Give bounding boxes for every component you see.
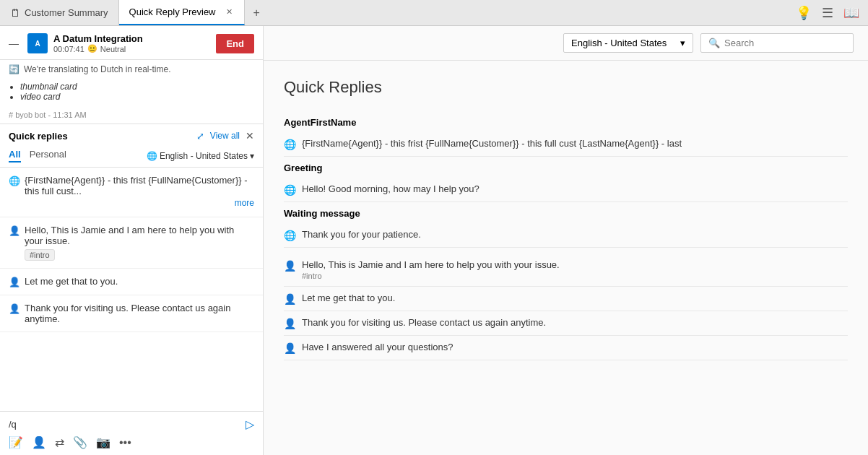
note-icon[interactable]: 📝 <box>9 436 23 449</box>
more-icon[interactable]: ••• <box>119 436 131 449</box>
person-icon: 👤 <box>9 277 20 287</box>
section-agentfirstname: AgentFirstName 🌐 {FirstName{Agent}} - th… <box>284 117 848 157</box>
right-toolbar: English - United States ▾ 🔍 <box>264 26 868 61</box>
qr-item-text: 👤 Hello, This is Jamie and I am here to … <box>9 225 254 261</box>
section-item-text-3-2: Thank you for visiting us. Please contac… <box>302 317 546 328</box>
section-waiting-message: Waiting message 🌐 Thank you for your pat… <box>284 208 848 248</box>
section-item-text-0-0: {FirstName{Agent}} - this frist {FullNam… <box>302 138 682 149</box>
quick-replies-header: Quick replies ⤢ View all ✕ <box>0 124 263 146</box>
bot-info: # byob bot - 11:31 AM <box>0 108 263 124</box>
left-panel: — A A Datum Integration 00:07:41 😐 Neutr… <box>0 26 264 455</box>
company-icon: A <box>27 33 48 53</box>
qr-tag-1: #intro <box>25 249 55 261</box>
tab-customer-summary[interactable]: 🗒 Customer Summary <box>0 0 119 25</box>
person-icon: 👤 <box>284 293 296 305</box>
view-all-button[interactable]: View all <box>210 131 240 141</box>
list-item[interactable]: 🌐 Hello! Good morning, how may I help yo… <box>284 178 848 202</box>
person-icon: 👤 <box>9 225 20 236</box>
qr-item-label-2: Let me get that to you. <box>25 276 118 287</box>
quick-replies-actions: ⤢ View all ✕ <box>196 130 254 142</box>
search-input[interactable] <box>724 38 846 48</box>
list-item[interactable]: 👤 Have I answered all your questions? <box>284 336 848 360</box>
list-item[interactable]: 🌐 {FirstName{Agent}} - this frist {FullN… <box>284 132 848 157</box>
end-button[interactable]: End <box>216 34 254 53</box>
qr-item-text: 👤 Let me get that to you. <box>9 276 254 287</box>
customer-summary-tab-icon: 🗒 <box>10 7 20 19</box>
list-item[interactable]: 👤 Thank you for visiting us. Please cont… <box>0 295 263 332</box>
main-layout: — A A Datum Integration 00:07:41 😐 Neutr… <box>0 26 868 455</box>
list-item[interactable]: 👤 Let me get that to you. <box>0 269 263 295</box>
section-item-text-1-0: Hello! Good morning, how may I help you? <box>302 183 479 194</box>
book-icon[interactable]: 📖 <box>841 2 862 24</box>
section-item-tag-3-0: #intro <box>302 272 560 280</box>
person-icon: 👤 <box>284 318 296 329</box>
language-dropdown[interactable]: English - United States ▾ <box>563 33 693 53</box>
send-button[interactable]: ▷ <box>246 417 254 431</box>
qr-content-title: Quick Replies <box>284 78 848 97</box>
transfer-icon[interactable]: ⇄ <box>55 436 64 449</box>
globe-icon: 🌐 <box>284 184 296 196</box>
language-label: English - United States <box>160 151 248 161</box>
attach-icon[interactable]: 📎 <box>73 436 87 449</box>
translate-icon: 🔄 <box>9 64 19 74</box>
tabs-row: All Personal 🌐 English - United States ▾ <box>0 146 263 168</box>
chat-input[interactable] <box>9 419 241 430</box>
list-item[interactable]: 🌐 Thank you for your patience. <box>284 223 848 248</box>
list-item[interactable]: 🌐 {FirstName{Agent}} - this frist {FullN… <box>0 168 263 217</box>
person-icon: 👤 <box>284 342 296 354</box>
section-item-text-3-0: Hello, This is Jamie and I am here to he… <box>302 259 560 270</box>
qr-item-label-3: Thank you for visiting us. Please contac… <box>25 303 254 324</box>
right-panel: English - United States ▾ 🔍 Quick Replie… <box>264 26 868 455</box>
tab-quick-reply-preview[interactable]: Quick Reply Preview ✕ <box>119 0 245 25</box>
globe-icon: 🌐 <box>9 176 20 186</box>
globe-icon: 🌐 <box>284 230 296 241</box>
lang-globe-icon: 🌐 <box>147 151 157 161</box>
quick-reply-preview-tab-label: Quick Reply Preview <box>129 6 216 17</box>
input-area: ▷ 📝 👤 ⇄ 📎 📷 ••• <box>0 411 263 455</box>
bulb-icon[interactable]: 💡 <box>793 2 815 24</box>
input-row: ▷ <box>9 417 254 431</box>
video-icon[interactable]: 📷 <box>96 436 110 449</box>
list-item[interactable]: 👤 Hello, This is Jamie and I am here to … <box>284 254 848 287</box>
search-box: 🔍 <box>700 33 854 53</box>
list-item[interactable]: 👤 Thank you for visiting us. Please cont… <box>284 311 848 336</box>
company-info: A Datum Integration 00:07:41 😐 Neutral <box>53 33 210 53</box>
tab-all[interactable]: All <box>9 149 21 162</box>
section-name-0: AgentFirstName <box>284 117 848 128</box>
close-quick-replies-button[interactable]: ✕ <box>246 130 254 142</box>
card-list: thumbnail card video card <box>0 79 263 108</box>
minimize-button[interactable]: — <box>9 38 19 49</box>
company-sub: 00:07:41 😐 Neutral <box>53 44 210 53</box>
section-greeting: Greeting 🌐 Hello! Good morning, how may … <box>284 162 848 202</box>
section-personal: 👤 Hello, This is Jamie and I am here to … <box>284 254 848 360</box>
qr-content: Quick Replies AgentFirstName 🌐 {FirstNam… <box>264 61 868 455</box>
list-item[interactable]: 👤 Hello, This is Jamie and I am here to … <box>0 217 263 269</box>
language-selector[interactable]: 🌐 English - United States ▾ <box>147 151 254 161</box>
section-name-2: Waiting message <box>284 208 848 219</box>
translation-text: We're translating to Dutch in real-time. <box>24 64 170 74</box>
toolbar-row: 📝 👤 ⇄ 📎 📷 ••• <box>9 431 254 449</box>
tab-bar: 🗒 Customer Summary Quick Reply Preview ✕… <box>0 0 868 26</box>
list-item[interactable]: 👤 Let me get that to you. <box>284 287 848 311</box>
globe-icon: 🌐 <box>284 139 296 150</box>
left-header: — A A Datum Integration 00:07:41 😐 Neutr… <box>0 26 263 60</box>
card-item-thumbnail: thumbnail card <box>20 82 248 92</box>
view-all-label: View all <box>210 131 240 141</box>
list-icon[interactable]: ☰ <box>819 2 836 24</box>
dropdown-label: English - United States <box>571 38 667 48</box>
section-item-text-2-0: Thank you for your patience. <box>302 229 421 240</box>
sentiment-label: Neutral <box>100 45 126 53</box>
person-icon: 👤 <box>9 303 20 314</box>
qr-item-text: 🌐 {FirstName{Agent}} - this frist {FullN… <box>9 175 254 209</box>
person-icon: 👤 <box>284 260 296 272</box>
quick-replies-title: Quick replies <box>9 131 68 142</box>
quick-reply-list: 🌐 {FirstName{Agent}} - this frist {FullN… <box>0 168 263 411</box>
person-add-icon[interactable]: 👤 <box>32 436 46 449</box>
qr-more-link-0[interactable]: more <box>25 196 254 209</box>
dropdown-chevron-icon: ▾ <box>680 38 685 48</box>
section-item-text-3-3: Have I answered all your questions? <box>302 342 453 352</box>
card-item-video: video card <box>20 92 248 102</box>
add-tab-button[interactable]: + <box>245 0 269 25</box>
tab-personal[interactable]: Personal <box>30 149 66 162</box>
close-tab-button[interactable]: ✕ <box>225 6 234 18</box>
